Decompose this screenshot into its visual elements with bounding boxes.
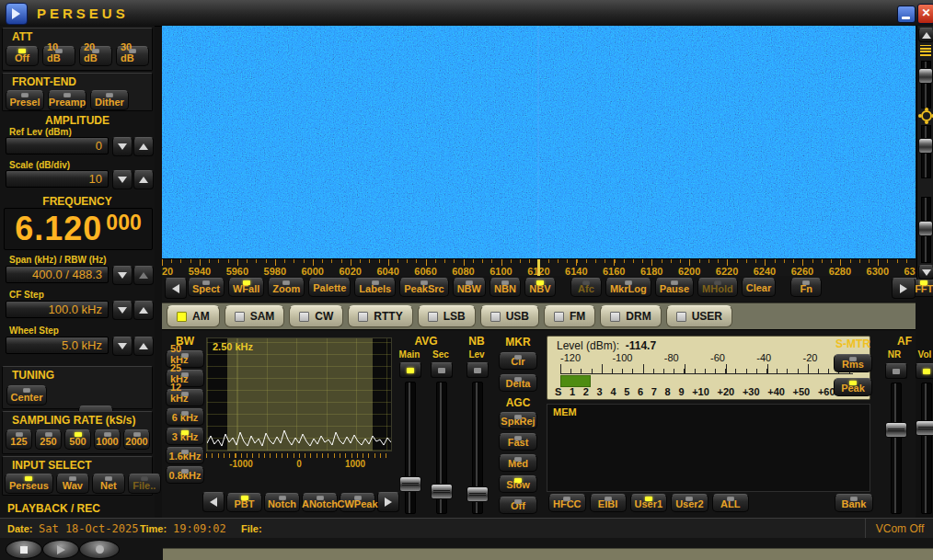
toolbar-button[interactable]: Labels	[354, 278, 396, 297]
bandwidth-button[interactable]: 1.6kHz	[166, 447, 204, 464]
mkr-button[interactable]: Clr	[499, 352, 537, 370]
toolbar-button[interactable]: Fn	[790, 278, 822, 297]
minimize-button[interactable]	[897, 6, 916, 23]
span-rbw-value[interactable]: 400.0 / 488.3	[6, 266, 109, 283]
palette-slider-handle[interactable]	[918, 68, 933, 84]
demod-mode-button[interactable]: FM	[544, 305, 595, 327]
demod-mode-button[interactable]: RTTY	[348, 305, 412, 327]
play-button[interactable]	[42, 540, 79, 559]
memory-button[interactable]: HFCC	[548, 494, 586, 512]
sampling-rate-button[interactable]: 500	[64, 429, 91, 450]
sampling-rate-button[interactable]: 2000	[123, 429, 150, 450]
ref-lev-up-button[interactable]	[133, 137, 154, 156]
af-vol-slider[interactable]	[921, 383, 932, 514]
pbt-button[interactable]: ANotch	[302, 493, 338, 512]
demod-mode-button[interactable]: AM	[167, 305, 220, 327]
toolbar-button[interactable]: Palette	[308, 278, 351, 297]
avg-sec-slider[interactable]	[436, 382, 447, 514]
bandwidth-button[interactable]: 0.8kHz	[166, 466, 204, 484]
avg-main-slider-handle[interactable]	[399, 476, 421, 492]
waterfall-display[interactable]	[162, 26, 916, 258]
brightness-slider-handle[interactable]	[918, 138, 933, 154]
cf-step-value[interactable]: 100.0 kHz	[6, 301, 109, 318]
mkr-button[interactable]: Delta	[499, 374, 537, 392]
memory-bank-button[interactable]: Bank	[835, 494, 873, 512]
af-nr-slider[interactable]	[891, 383, 902, 514]
nb-lev-slider-handle[interactable]	[466, 486, 489, 502]
toolbar-button[interactable]: Spect	[188, 278, 225, 297]
toolbar-button[interactable]: Afc	[570, 278, 602, 297]
front-end-button[interactable]: Dither	[90, 90, 129, 110]
scale-up-button[interactable]	[133, 170, 154, 189]
toolbar-button[interactable]: NBW	[453, 278, 486, 297]
toolbar-button[interactable]: Zoom	[268, 278, 305, 297]
demod-mode-button[interactable]: USB	[480, 305, 539, 327]
toolbar-button[interactable]: WFall	[228, 278, 264, 297]
sampling-rate-button[interactable]: 125	[6, 429, 32, 450]
avg-sec-toggle[interactable]	[431, 362, 453, 378]
agc-button[interactable]: SpkRej	[499, 412, 537, 429]
front-end-button[interactable]: Presel	[6, 90, 44, 110]
pbt-button[interactable]: PBT	[226, 493, 262, 512]
smtr-button[interactable]: Rms	[834, 354, 872, 372]
smtr-button[interactable]: Peak	[834, 378, 872, 396]
memory-list-panel[interactable]: MEM	[547, 404, 870, 492]
demod-mode-button[interactable]: USER	[666, 305, 732, 327]
toolbar-button[interactable]: PeakSrc	[399, 278, 448, 297]
toolbar-scroll-left-button[interactable]	[165, 278, 187, 299]
avg-sec-slider-handle[interactable]	[431, 484, 453, 499]
cf-step-down-button[interactable]	[112, 301, 132, 320]
af-vol-slider-handle[interactable]	[916, 420, 933, 436]
wheel-step-down-button[interactable]	[112, 337, 132, 356]
bandwidth-button[interactable]: 12 kHz	[166, 389, 204, 406]
memory-button[interactable]: User2	[671, 494, 708, 512]
record-button[interactable]	[79, 540, 120, 559]
toolbar-button[interactable]: Pause	[655, 278, 694, 297]
strip-scroll-down-button[interactable]	[918, 265, 933, 280]
avg-main-slider[interactable]	[405, 382, 416, 514]
close-button[interactable]: ✕	[917, 4, 933, 24]
pbt-scroll-left-button[interactable]	[202, 492, 225, 512]
nb-lev-toggle[interactable]	[466, 362, 489, 378]
memory-button[interactable]: User1	[630, 494, 668, 512]
sampling-rate-button[interactable]: 1000	[94, 429, 121, 450]
wheel-step-up-button[interactable]	[133, 337, 154, 356]
nb-lev-slider[interactable]	[472, 382, 483, 514]
toolbar-button[interactable]: NBN	[490, 278, 521, 297]
toolbar-button[interactable]: NBV	[524, 278, 556, 297]
pbt-button[interactable]: Notch	[264, 493, 300, 512]
input-select-button[interactable]: File..	[128, 474, 161, 494]
input-select-button[interactable]: Wav	[56, 474, 89, 494]
af-vol-toggle[interactable]	[916, 363, 933, 379]
af-nr-slider-handle[interactable]	[885, 422, 907, 438]
att-button[interactable]: Off	[6, 46, 39, 66]
demod-mode-button[interactable]: DRM	[600, 305, 661, 327]
sampling-rate-button[interactable]: 250	[35, 429, 62, 450]
tuning-center-button[interactable]: Center	[6, 385, 47, 406]
scale-down-button[interactable]	[112, 170, 132, 189]
span-up-button[interactable]	[133, 266, 154, 285]
cf-step-up-button[interactable]	[133, 301, 154, 320]
bandwidth-button[interactable]: 6 kHz	[166, 408, 204, 426]
frequency-display[interactable]: 6.120 000	[4, 208, 153, 250]
input-select-button[interactable]: Net	[92, 474, 125, 494]
wheel-step-value[interactable]: 5.0 kHz	[6, 337, 109, 354]
input-select-button[interactable]: Perseus	[5, 474, 53, 494]
demod-mode-button[interactable]: SAM	[225, 305, 285, 327]
att-button[interactable]: 20 dB	[79, 46, 112, 66]
stop-button[interactable]	[6, 540, 42, 559]
demod-mode-button[interactable]: CW	[289, 305, 343, 327]
strip-scroll-up-button[interactable]	[918, 28, 933, 42]
memory-button[interactable]: ALL	[712, 494, 749, 512]
demod-mode-button[interactable]: LSB	[418, 305, 476, 327]
ref-lev-down-button[interactable]	[112, 137, 132, 156]
agc-button[interactable]: Fast	[499, 433, 537, 451]
span-down-button[interactable]	[112, 266, 132, 285]
att-button[interactable]: 10 dB	[42, 46, 75, 66]
ref-lev-value[interactable]: 0	[6, 137, 109, 154]
app-logo-icon[interactable]	[6, 3, 28, 25]
agc-button[interactable]: Med	[499, 454, 537, 472]
pbt-button[interactable]: CWPeak	[340, 493, 375, 512]
scale-value[interactable]: 10	[6, 170, 109, 188]
agc-button[interactable]: Slow	[499, 475, 537, 493]
